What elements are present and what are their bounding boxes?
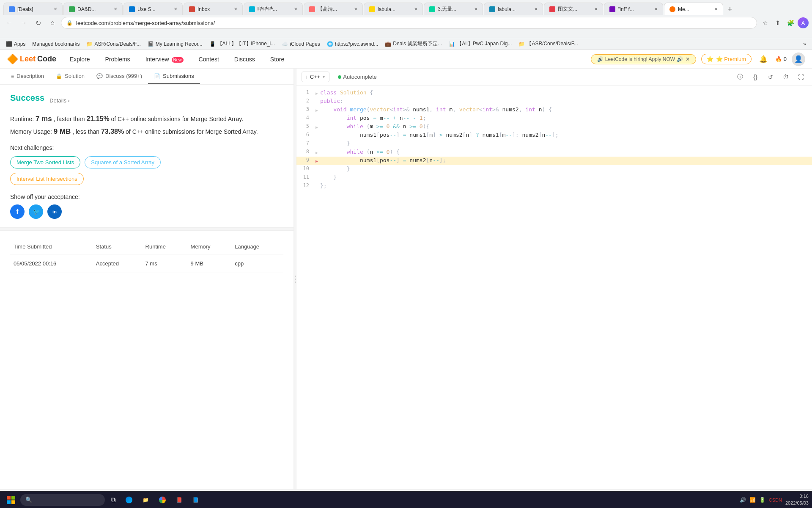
- tab-bph[interactable]: 哔哔哔... ✕: [244, 3, 303, 15]
- bookmark-managed[interactable]: Managed bookmarks: [30, 40, 81, 48]
- info-icon-btn[interactable]: ⓘ: [734, 71, 746, 83]
- lc-header-right: 🔊 LeetCode is hiring! Apply NOW 🔊 ✕ ⭐ ⭐ …: [591, 52, 805, 66]
- twitter-share-btn[interactable]: 🐦: [29, 204, 43, 219]
- challenge-badge-merge[interactable]: Merge Two Sorted Lists: [10, 156, 80, 168]
- taskbar-chrome[interactable]: [155, 495, 170, 505]
- resize-dot: [295, 279, 296, 280]
- bookmark-pwcjapan[interactable]: 📊 【All】PwC Japan Dig...: [447, 39, 513, 48]
- lang-dropdown-icon: ▾: [323, 75, 325, 79]
- profile-avatar[interactable]: 👤: [792, 52, 805, 66]
- taskbar-right: 🔊 📶 🔋 CSDN 0:16 2022/05/03: [740, 493, 809, 506]
- taskbar-word[interactable]: 📘: [188, 495, 203, 505]
- resize-dot: [295, 282, 296, 283]
- tab-solution[interactable]: 🔒 Solution: [50, 69, 91, 84]
- premium-btn[interactable]: ⭐ ⭐ Premium: [701, 54, 752, 64]
- tab-gg[interactable]: 【高清... ✕: [304, 3, 363, 15]
- bookmarks-bar: ⬛ Apps Managed bookmarks 📁 ASR/Cons/Deal…: [0, 38, 812, 50]
- taskbar-search[interactable]: 🔍: [20, 494, 105, 506]
- right-panel: i C++ ▾ Autocomplete ⓘ {} ↺ ⏱ ⛶: [296, 69, 812, 489]
- forward-btn[interactable]: →: [18, 17, 30, 29]
- challenge-badge-interval[interactable]: Interval List Intersections: [10, 173, 84, 185]
- code-editor[interactable]: 1 ▶ class Solution { 2 public: 3 ▶ void …: [296, 86, 812, 489]
- col-memory-header: Memory: [187, 239, 232, 254]
- tab-da[interactable]: DA&D... ✕: [63, 3, 123, 15]
- restore-icon-btn[interactable]: ↺: [765, 71, 776, 83]
- bookmark-pwc[interactable]: 🌐 https://pwc.awmd...: [325, 40, 380, 48]
- nav-store[interactable]: Store: [267, 54, 288, 64]
- taskbar-edge[interactable]: [121, 495, 137, 505]
- submission-status[interactable]: Accepted: [93, 254, 142, 273]
- address-bar[interactable]: 🔒 leetcode.com/problems/merge-sorted-arr…: [61, 17, 757, 29]
- format-icon-btn[interactable]: {}: [749, 71, 761, 83]
- col-time-header: Time Submitted: [10, 239, 93, 254]
- bookmark-asr2[interactable]: 📁 【ASR/Cons/Deals/F...: [517, 39, 579, 48]
- svg-rect-0: [7, 496, 11, 500]
- tab-deals[interactable]: [Deals] ✕: [3, 3, 63, 15]
- bookmark-deals[interactable]: 💼 Deals 就業場所予定...: [383, 39, 444, 48]
- bookmark-asr1[interactable]: 📁 ASR/Cons/Deals/F...: [85, 40, 142, 48]
- language-selector[interactable]: i C++ ▾: [302, 72, 329, 82]
- leetcode-app: 🔶 LeetCode Explore Problems Interview Ne…: [0, 50, 812, 508]
- details-toggle[interactable]: Details ›: [49, 97, 70, 104]
- notifications-btn[interactable]: 🔔: [757, 52, 770, 66]
- submission-runtime: 7 ms: [142, 254, 187, 273]
- fullscreen-icon-btn[interactable]: ⛶: [795, 71, 807, 83]
- refresh-btn[interactable]: ↻: [32, 17, 44, 29]
- code-line-7: 7 }: [296, 140, 812, 148]
- nav-problems[interactable]: Problems: [102, 54, 133, 64]
- lang-icon: i: [306, 74, 307, 80]
- nav-discuss[interactable]: Discuss: [231, 54, 258, 64]
- tab-lab2[interactable]: 3.无量... ✕: [424, 3, 483, 15]
- tab-discuss[interactable]: 💬 Discuss (999+): [91, 69, 148, 84]
- taskbar-explorer[interactable]: 📁: [138, 495, 153, 505]
- lc-header: 🔶 LeetCode Explore Problems Interview Ne…: [0, 50, 812, 69]
- tab-inf[interactable]: "inf" f... ✕: [604, 3, 663, 15]
- settings-icon-btn[interactable]: ⏱: [780, 71, 792, 83]
- facebook-share-btn[interactable]: f: [10, 204, 25, 219]
- challenge-badge-squares[interactable]: Squares of a Sorted Array: [85, 156, 161, 168]
- taskbar-task-view[interactable]: ⧉: [107, 494, 120, 505]
- bookmark-icloud[interactable]: ☁️ iCloud Pages: [280, 40, 321, 48]
- start-btn[interactable]: [3, 492, 19, 508]
- code-line-12: 12 };: [296, 182, 812, 190]
- taskbar-battery-icon[interactable]: 🔋: [759, 497, 765, 503]
- tab-lab1[interactable]: labula... ✕: [364, 3, 423, 15]
- bookmark-more[interactable]: »: [801, 40, 808, 48]
- memory-stat: Memory Usage: 9 MB , less than 73.38% of…: [10, 127, 283, 136]
- share-section: Show off your acceptance: f 🐦 in: [10, 193, 283, 219]
- tab-use[interactable]: Use S... ✕: [123, 3, 183, 15]
- bookmark-apps[interactable]: ⬛ Apps: [4, 40, 27, 48]
- bookmark-star-btn[interactable]: ☆: [760, 17, 771, 28]
- back-btn[interactable]: ←: [3, 17, 15, 29]
- close-hiring-icon[interactable]: ✕: [686, 56, 690, 62]
- tab-description[interactable]: ≡ Description: [5, 69, 50, 84]
- tab-inbox[interactable]: Inbox ✕: [184, 3, 243, 15]
- extension-btn[interactable]: 🧩: [785, 17, 796, 28]
- challenge-badges: Merge Two Sorted Lists Squares of a Sort…: [10, 156, 283, 168]
- lc-logo[interactable]: 🔶 LeetCode: [7, 54, 56, 65]
- tab-submissions[interactable]: 📄 Submissions: [148, 69, 200, 84]
- address-bar-row: ← → ↻ ⌂ 🔒 leetcode.com/problems/merge-so…: [0, 15, 812, 30]
- lc-tabs: ≡ Description 🔒 Solution 💬 Discuss (999+…: [0, 69, 294, 85]
- nav-explore[interactable]: Explore: [66, 54, 93, 64]
- new-tab-btn[interactable]: +: [724, 3, 736, 15]
- screenshot-btn[interactable]: ⬆: [772, 17, 783, 28]
- tab-lab3[interactable]: labula... ✕: [484, 3, 543, 15]
- profile-btn[interactable]: A: [798, 17, 809, 28]
- taskbar-volume-icon[interactable]: 🔊: [740, 497, 746, 503]
- taskbar-acrobat[interactable]: 📕: [172, 495, 187, 505]
- linkedin-share-btn[interactable]: in: [47, 204, 62, 219]
- submission-time: 05/05/2022 00:16: [10, 254, 93, 273]
- taskbar-network-icon[interactable]: 📶: [749, 497, 756, 503]
- tab-merge[interactable]: Me... ✕: [664, 3, 723, 15]
- bookmark-iphone[interactable]: 📱 【ALL】【IT】iPhone_i...: [208, 39, 277, 48]
- tab-photo[interactable]: 图文文... ✕: [544, 3, 603, 15]
- hiring-banner[interactable]: 🔊 LeetCode is hiring! Apply NOW 🔊 ✕: [591, 54, 696, 64]
- browser-chrome: [Deals] ✕ DA&D... ✕ Use S... ✕ Inbox ✕ 哔…: [0, 0, 812, 38]
- nav-contest[interactable]: Contest: [195, 54, 222, 64]
- bookmark-learning[interactable]: 📓 My Learning Recor...: [146, 40, 204, 48]
- nav-interview[interactable]: Interview New: [142, 54, 187, 64]
- submissions-icon: 📄: [154, 73, 160, 79]
- home-btn[interactable]: ⌂: [47, 17, 58, 29]
- lock-icon: 🔒: [66, 20, 73, 26]
